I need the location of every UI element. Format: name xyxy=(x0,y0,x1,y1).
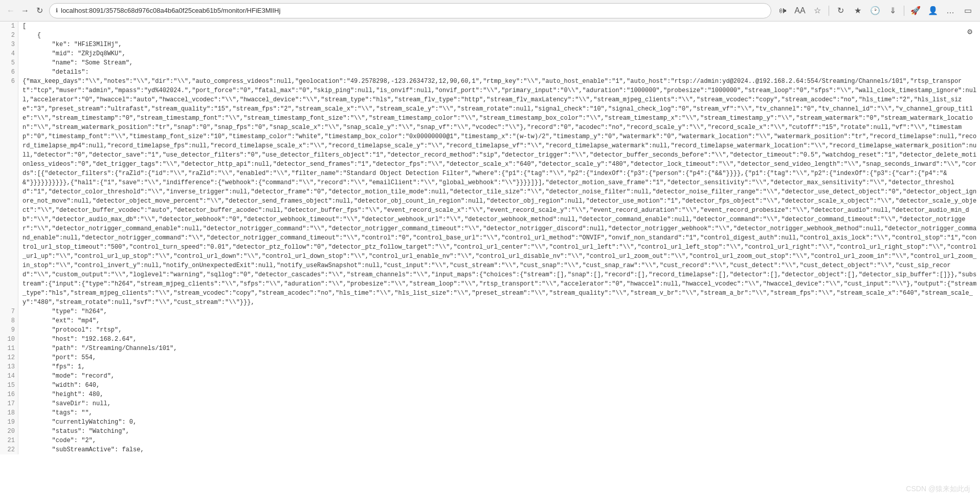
copilot-button[interactable]: 🚀 xyxy=(908,4,923,18)
line-number: 6 xyxy=(0,77,18,307)
split-view-button[interactable]: ▭ xyxy=(961,4,975,18)
line-content: "port": 554, xyxy=(18,353,96,362)
nav-buttons: ← → ↻ xyxy=(5,5,45,16)
line-content: "type": "h264", xyxy=(18,307,107,316)
code-line: 15 "width": 640, xyxy=(0,381,980,390)
line-content: { xyxy=(18,31,41,40)
code-line: 9 "protocol": "rtsp", xyxy=(0,325,980,335)
content-area: 1[2 {3 "ke": "HFiE3MlIHj",4 "mid": "ZRjz… xyxy=(0,21,980,504)
settings-icon[interactable]: ⚙ xyxy=(964,26,976,38)
code-line: 22 "subStreamActive": false, xyxy=(0,445,980,454)
line-content: "subStreamActive": false, xyxy=(18,445,144,454)
code-line: 12 "port": 554, xyxy=(0,353,980,362)
code-line: 17 "saveDir": null, xyxy=(0,399,980,408)
line-number: 15 xyxy=(0,381,18,390)
line-content: "currentlyWatching": 0, xyxy=(18,418,137,427)
separator-2 xyxy=(904,6,904,16)
code-line: 20 "status": "Watching", xyxy=(0,427,980,436)
line-content: "fps": 1, xyxy=(18,362,85,371)
line-content: "status": "Watching", xyxy=(18,427,129,436)
more-button[interactable]: … xyxy=(943,4,957,18)
line-number: 19 xyxy=(0,418,18,427)
line-number: 17 xyxy=(0,399,18,408)
code-line: 8 "ext": "mp4", xyxy=(0,316,980,325)
code-line: 3 "ke": "HFiE3MlIHj", xyxy=(0,40,980,49)
line-content: "code": "2", xyxy=(18,436,96,445)
code-line: 6{"max_keep_days":"\\","notes":"\\","dir… xyxy=(0,77,980,307)
line-number: 4 xyxy=(0,49,18,58)
code-line: 10 "host": "192.168.2.64", xyxy=(0,335,980,344)
line-content: "width": 640, xyxy=(18,381,100,390)
line-content: "host": "192.168.2.64", xyxy=(18,335,137,344)
browser-toolbar-right: 🕪 AA ☆ ↻ ★ 🕑 ⇓ 🚀 👤 … ▭ xyxy=(775,4,975,18)
line-content: "tags": "", xyxy=(18,408,93,418)
line-number: 14 xyxy=(0,371,18,381)
code-line: 21 "code": "2", xyxy=(0,436,980,445)
line-number: 5 xyxy=(0,58,18,68)
line-content: "ke": "HFiE3MlIHj", xyxy=(18,40,122,49)
downloads-button[interactable]: ⇓ xyxy=(885,4,900,18)
code-line: 19 "currentlyWatching": 0, xyxy=(0,418,980,427)
line-number: 1 xyxy=(0,21,18,31)
code-container: 1[2 {3 "ke": "HFiE3MlIHj",4 "mid": "ZRjz… xyxy=(0,21,980,454)
code-line: 14 "mode": "record", xyxy=(0,371,980,381)
code-line: 13 "fps": 1, xyxy=(0,362,980,371)
code-line: 5 "name": "Some Stream", xyxy=(0,58,980,68)
code-line: 11 "path": "/Streaming/Channels/101", xyxy=(0,344,980,353)
line-content: "mode": "record", xyxy=(18,371,115,381)
refresh-alt-button[interactable]: ↻ xyxy=(833,4,848,18)
line-number: 16 xyxy=(0,390,18,399)
line-content: "name": "Some Stream", xyxy=(18,58,133,68)
code-line: 2 { xyxy=(0,31,980,40)
refresh-button[interactable]: ↻ xyxy=(34,5,45,16)
line-content: [ xyxy=(18,21,26,31)
url-input[interactable] xyxy=(61,7,765,14)
code-line: 4 "mid": "ZRjzDq8WKU", xyxy=(0,49,980,58)
favorites-alt-button[interactable]: ★ xyxy=(851,4,865,18)
line-content: "ext": "mp4", xyxy=(18,316,100,325)
address-bar[interactable]: ℹ xyxy=(49,3,771,18)
line-number: 2 xyxy=(0,31,18,40)
back-button[interactable]: ← xyxy=(5,5,16,16)
code-line: 6 "details": xyxy=(0,68,980,77)
line-content: {"max_keep_days":"\\","notes":"\\","dir"… xyxy=(18,77,980,307)
watermark: CSDN @猿来如此dj xyxy=(906,485,970,494)
line-content: "details": xyxy=(18,68,89,77)
line-number: 12 xyxy=(0,353,18,362)
profile-button[interactable]: 👤 xyxy=(926,4,940,18)
line-number: 21 xyxy=(0,436,18,445)
reader-mode-button[interactable]: AA xyxy=(793,4,807,18)
line-content: "height": 480, xyxy=(18,390,103,399)
forward-button[interactable]: → xyxy=(19,5,31,16)
line-content: "saveDir": null, xyxy=(18,399,111,408)
favorites-button[interactable]: ☆ xyxy=(810,4,825,18)
line-number: 20 xyxy=(0,427,18,436)
code-line: 16 "height": 480, xyxy=(0,390,980,399)
line-content: "protocol": "rtsp", xyxy=(18,325,122,335)
line-number: 6 xyxy=(0,68,18,77)
security-icon: ℹ xyxy=(56,7,58,14)
line-number: 8 xyxy=(0,316,18,325)
line-number: 7 xyxy=(0,307,18,316)
line-number: 22 xyxy=(0,445,18,454)
code-line: 18 "tags": "", xyxy=(0,408,980,418)
code-line: 7 "type": "h264", xyxy=(0,307,980,316)
line-content: "path": "/Streaming/Channels/101", xyxy=(18,344,177,353)
line-number: 18 xyxy=(0,408,18,418)
json-viewer[interactable]: 1[2 {3 "ke": "HFiE3MlIHj",4 "mid": "ZRjz… xyxy=(0,21,980,504)
line-number: 13 xyxy=(0,362,18,371)
read-aloud-button[interactable]: 🕪 xyxy=(775,4,790,18)
line-number: 3 xyxy=(0,40,18,49)
separator-1 xyxy=(829,6,829,16)
line-number: 9 xyxy=(0,325,18,335)
line-number: 11 xyxy=(0,344,18,353)
line-number: 10 xyxy=(0,335,18,344)
history-button[interactable]: 🕑 xyxy=(868,4,882,18)
line-content: "mid": "ZRjzDq8WKU", xyxy=(18,49,126,58)
browser-toolbar: ← → ↻ ℹ 🕪 AA ☆ ↻ ★ 🕑 ⇓ 🚀 👤 … ▭ xyxy=(0,0,980,21)
code-line: 1[ xyxy=(0,21,980,31)
